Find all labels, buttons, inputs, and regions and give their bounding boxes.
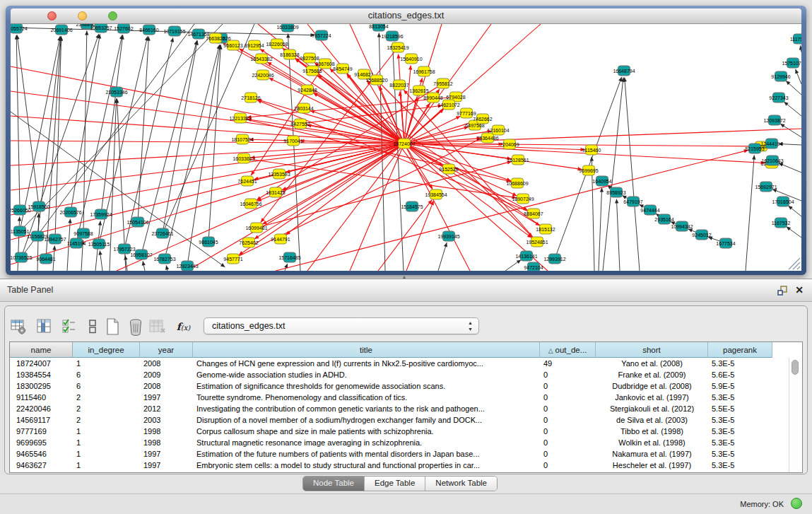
network-node[interactable]: 8912954 xyxy=(245,40,264,50)
delete-icon[interactable] xyxy=(126,317,145,336)
column-header-name[interactable]: name xyxy=(10,342,73,358)
network-node[interactable]: 12213383 xyxy=(229,113,251,123)
memory-ok-indicator[interactable] xyxy=(791,498,802,509)
column-header-pagerank[interactable]: pagerank xyxy=(708,342,772,358)
network-node[interactable]: 16961758 xyxy=(413,66,435,76)
network-edge[interactable] xyxy=(404,144,582,170)
network-edge[interactable] xyxy=(110,98,117,271)
network-node[interactable]: 9227343 xyxy=(769,93,788,103)
network-canvas[interactable]: 1872400724055724206914062398846310653257… xyxy=(11,24,801,271)
network-node[interactable]: 15054106 xyxy=(126,217,148,227)
network-node[interactable]: 20691406 xyxy=(50,25,72,35)
tab-network-table[interactable]: Network Table xyxy=(425,477,497,491)
network-node[interactable]: 1527602 xyxy=(114,24,133,33)
network-node[interactable]: 16128561 xyxy=(507,155,529,165)
column-header-in_degree[interactable]: in_degree xyxy=(73,342,140,358)
table-settings-icon[interactable] xyxy=(8,317,28,336)
network-edge[interactable] xyxy=(350,144,404,271)
network-edge[interactable] xyxy=(141,40,197,255)
row-checklist-icon[interactable] xyxy=(59,317,78,336)
network-edge[interactable] xyxy=(288,33,300,271)
network-window-titlebar[interactable]: citations_edges.txt xyxy=(11,8,801,24)
network-node[interactable]: 9129946 xyxy=(771,71,790,81)
network-node[interactable]: 2718126 xyxy=(241,93,260,103)
network-edge[interactable] xyxy=(208,45,220,242)
table-row[interactable]: 911546021997Tourette syndrome. Phenomeno… xyxy=(10,392,772,403)
network-node[interactable]: 17016504 xyxy=(772,197,794,206)
network-node[interactable]: 20206576 xyxy=(59,207,81,217)
network-node[interactable]: 9861045 xyxy=(199,237,218,247)
table-row[interactable]: 977716911998Corpus callosum shape and si… xyxy=(10,426,772,437)
scrollbar-thumb[interactable] xyxy=(792,360,799,375)
network-node[interactable]: 17359924 xyxy=(90,209,112,219)
new-file-icon[interactable] xyxy=(102,317,122,336)
network-node[interactable]: 18226058 xyxy=(266,39,288,49)
column-header-title[interactable]: title xyxy=(193,342,540,358)
network-node[interactable]: 8466160 xyxy=(139,25,158,35)
network-edge[interactable] xyxy=(17,35,39,206)
network-node[interactable]: 1815132 xyxy=(536,224,555,234)
network-node[interactable]: 15184575 xyxy=(401,201,423,211)
network-node[interactable]: 16648794 xyxy=(613,66,635,76)
network-edge[interactable] xyxy=(404,144,755,146)
network-node[interactable]: 8186328 xyxy=(280,49,299,59)
float-panel-icon[interactable] xyxy=(777,285,788,296)
network-edge[interactable] xyxy=(251,64,325,175)
network-node[interactable]: 9245012 xyxy=(692,230,711,240)
network-edge[interactable] xyxy=(438,243,447,271)
network-edge[interactable] xyxy=(37,213,39,271)
network-node[interactable]: 9472104 xyxy=(524,262,543,271)
network-node[interactable]: 1640954 xyxy=(592,176,611,186)
network-edge[interactable] xyxy=(378,200,432,271)
table-row[interactable]: 946362711997Embryonic stem cells: a mode… xyxy=(10,460,772,471)
network-edge[interactable] xyxy=(616,199,620,271)
network-edge[interactable] xyxy=(187,144,404,271)
network-node[interactable]: 24055724 xyxy=(11,24,28,33)
network-node[interactable]: 10653257 xyxy=(90,24,112,33)
network-node[interactable]: 10736525 xyxy=(11,252,33,262)
network-node[interactable]: 16782753 xyxy=(153,254,175,264)
network-node[interactable]: 14136141 xyxy=(515,251,537,261)
network-edge[interactable] xyxy=(276,150,748,271)
window-resize-grip[interactable] xyxy=(793,262,800,269)
table-row[interactable]: 1872400712008Changes of HCN gene express… xyxy=(10,358,772,369)
column-visibility-icon[interactable] xyxy=(34,317,53,336)
network-node[interactable]: 12993912 xyxy=(543,254,565,264)
table-rows-icon[interactable] xyxy=(83,317,102,336)
network-node[interactable]: 9097588 xyxy=(73,228,93,238)
tab-edge-table[interactable]: Edge Table xyxy=(365,477,425,491)
network-edge[interactable] xyxy=(165,45,220,259)
column-header-short[interactable]: short xyxy=(596,342,708,358)
network-node[interactable]: 15751074 xyxy=(782,58,801,68)
table-row[interactable]: 2242004622012Investigating the contribut… xyxy=(10,403,772,414)
network-node[interactable]: 1167532 xyxy=(772,218,791,228)
table-row[interactable]: 1456911722003Disruption of a novel membe… xyxy=(10,414,772,426)
table-row[interactable]: 946554611997Estimation of the future num… xyxy=(10,448,772,460)
network-node[interactable]: 10719155 xyxy=(163,26,185,36)
table-selector-dropdown[interactable]: citations_edges.txt ▲▼ xyxy=(204,317,479,334)
function-builder-icon[interactable]: f(x) xyxy=(174,317,193,336)
network-edge[interactable] xyxy=(117,144,404,271)
network-edge[interactable] xyxy=(404,129,801,144)
column-header-year[interactable]: year xyxy=(140,342,193,358)
window-resize-grip[interactable] xyxy=(797,267,800,269)
network-node[interactable]: 1117534 xyxy=(790,34,801,44)
network-edge[interactable] xyxy=(55,36,61,239)
network-node[interactable]: 7857224 xyxy=(312,30,331,40)
network-node[interactable]: 12923443 xyxy=(176,261,198,271)
network-node[interactable]: 7624451 xyxy=(237,176,257,186)
network-node[interactable]: 9170041 xyxy=(283,136,302,146)
network-node[interactable]: 18325419 xyxy=(387,42,408,52)
network-node[interactable]: 15918560 xyxy=(28,201,49,211)
network-node[interactable]: 19218596 xyxy=(381,31,403,41)
network-edge[interactable] xyxy=(599,187,602,271)
network-node[interactable]: 16099481 xyxy=(245,223,267,233)
network-edge[interactable] xyxy=(11,116,404,144)
network-node[interactable]: 19524851 xyxy=(526,237,548,247)
network-node[interactable]: 13505115 xyxy=(88,239,110,249)
close-panel-icon[interactable]: ✕ xyxy=(794,284,805,296)
network-edge[interactable] xyxy=(138,36,148,222)
tab-node-table[interactable]: Node Table xyxy=(303,477,365,491)
column-header-out_de[interactable]: △out_de... xyxy=(540,342,596,358)
network-node[interactable]: 9699695 xyxy=(579,165,598,175)
